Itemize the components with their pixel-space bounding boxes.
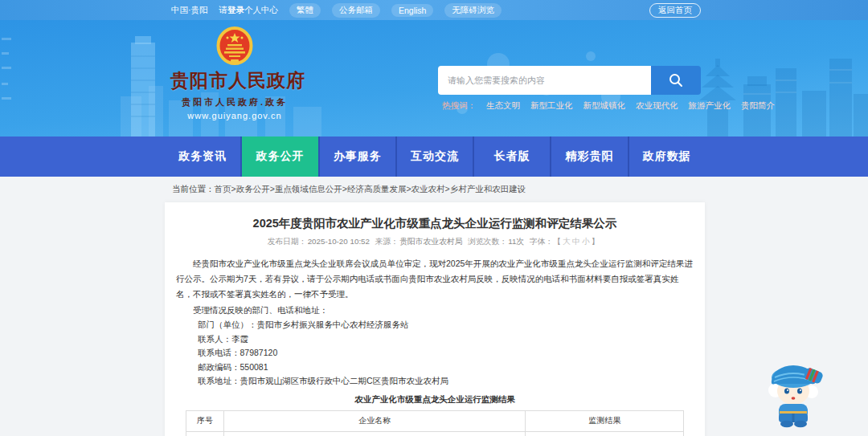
login-link[interactable]: 请登录个人中心 xyxy=(219,5,279,16)
hot-word-link[interactable]: 贵阳简介 xyxy=(741,100,775,112)
topbar-links: 中国·贵阳 请登录个人中心 繁體 公务邮箱 English 无障碍浏览 xyxy=(171,3,502,18)
accessibility-link[interactable]: 无障碍浏览 xyxy=(444,3,502,18)
source-label: 来源： xyxy=(375,237,399,246)
column-header-result: 监测结果 xyxy=(526,410,684,431)
hot-search-words: 热搜词： 生态文明 新型工业化 新型城镇化 农业现代化 旅游产业化 贵阳简介 xyxy=(442,100,775,112)
article-paragraph: 经贵阳市农业产业化市级重点龙头企业联席会议成员单位审定，现对2025年开展的农业… xyxy=(176,256,694,302)
company-name: 贵州合力超市采购有限公司 xyxy=(223,431,525,436)
city-skyline-decoration xyxy=(0,20,868,137)
nav-tab-hudong-jiaoliu[interactable]: 互动交流 xyxy=(397,137,473,177)
hot-word-link[interactable]: 生态文明 xyxy=(486,100,520,112)
article-title: 2025年度贵阳市农业产业化市级重点龙头企业运行监测和评定结果公示 xyxy=(176,215,694,231)
site-banner: 贵阳市人民政府 贵阳市人民政府.政务 www.guiyang.gov.cn 热搜… xyxy=(0,20,868,137)
main-navigation: 政务资讯 政务公开 办事服务 互动交流 长者版 精彩贵阳 政府数据 xyxy=(0,137,868,177)
contact-postcode: 邮政编码：550081 xyxy=(176,361,694,375)
national-emblem-icon xyxy=(216,26,253,67)
nav-items: 政务资讯 政务公开 办事服务 互动交流 长者版 精彩贵阳 政府数据 xyxy=(165,137,705,177)
site-url: www.guiyang.gov.cn xyxy=(170,111,299,120)
contact-department: 部门（单位）：贵阳市乡村振兴服务中心农村经济服务站 xyxy=(176,318,694,332)
font-size-large-button[interactable]: 大 xyxy=(563,237,571,246)
article-meta: 发布日期：2025-10-20 10:52 来源：贵阳市农业农村局 浏览次数：1… xyxy=(176,237,694,247)
hot-search-label: 热搜词： xyxy=(442,100,476,112)
search-button[interactable] xyxy=(651,66,701,95)
region-link[interactable]: 中国·贵阳 xyxy=(171,5,208,16)
hot-word-link[interactable]: 农业现代化 xyxy=(636,100,678,112)
font-bracket: 【 xyxy=(553,237,561,246)
hot-word-link[interactable]: 旅游产业化 xyxy=(689,100,731,112)
font-bracket: 】 xyxy=(592,237,600,246)
monitoring-result-table: 序号 企业名称 监测结果 1 贵州合力超市采购有限公司 合格 2 贵州友禾种业有… xyxy=(186,410,684,436)
breadcrumb-label: 当前位置： xyxy=(172,184,215,195)
source-value: 贵阳市农业农村局 xyxy=(399,237,462,246)
english-link[interactable]: English xyxy=(391,4,433,17)
traditional-chinese-link[interactable]: 繁體 xyxy=(289,3,321,18)
contact-address: 联系地址：贵阳市观山湖区市级行政中心二期C区贵阳市农业农村局 xyxy=(176,374,694,389)
row-no: 1 xyxy=(186,431,224,436)
contact-phone: 联系电话：87987120 xyxy=(176,346,694,361)
article-paragraph: 受理情况反映的部门、电话和地址： xyxy=(176,303,694,318)
font-size-medium-button[interactable]: 中 xyxy=(572,237,580,246)
site-subtitle: 贵阳市人民政府.政务 xyxy=(170,96,299,108)
search-icon xyxy=(668,72,684,88)
column-header-no: 序号 xyxy=(186,410,224,431)
font-size-label: 字体： xyxy=(530,237,553,246)
views-value: 11次 xyxy=(508,237,524,246)
table-header-row: 序号 企业名称 监测结果 xyxy=(186,410,684,431)
article-body: 经贵阳市农业产业化市级重点龙头企业联席会议成员单位审定，现对2025年开展的农业… xyxy=(176,256,694,436)
hot-word-link[interactable]: 新型城镇化 xyxy=(583,100,626,112)
search-input[interactable] xyxy=(438,66,651,95)
font-size-small-button[interactable]: 小 xyxy=(582,237,590,246)
nav-tab-zhengfu-shuju[interactable]: 政府数据 xyxy=(629,137,705,177)
views-label: 浏览次数： xyxy=(468,237,507,246)
publish-date-label: 发布日期： xyxy=(268,237,307,246)
column-header-company: 企业名称 xyxy=(223,410,525,431)
back-to-home-button[interactable]: 返回首页 xyxy=(649,3,701,18)
site-logo-block[interactable]: 贵阳市人民政府 贵阳市人民政府.政务 www.guiyang.gov.cn xyxy=(170,26,299,120)
nav-tab-zhengwu-gongkai[interactable]: 政务公开 xyxy=(242,137,317,177)
top-utility-bar: 中国·贵阳 请登录个人中心 繁體 公务邮箱 English 无障碍浏览 返回首页 xyxy=(0,0,868,20)
table-caption: 农业产业化市级重点龙头企业运行监测结果 xyxy=(176,394,694,405)
breadcrumb: 当前位置： 首页>政务公开>重点领域信息公开>经济高质量发展>农业农村>乡村产业… xyxy=(0,177,868,202)
monitor-result: 合格 xyxy=(526,431,684,436)
hot-word-link[interactable]: 新型工业化 xyxy=(530,100,573,112)
guiyang-mascot-icon[interactable] xyxy=(762,360,828,430)
breadcrumb-path[interactable]: 首页>政务公开>重点领域信息公开>经济高质量发展>农业农村>乡村产业和农田建设 xyxy=(215,184,526,195)
contact-person: 联系人：李霞 xyxy=(176,332,694,347)
site-title: 贵阳市人民政府 xyxy=(170,68,299,93)
nav-tab-jingcai-guiyang[interactable]: 精彩贵阳 xyxy=(551,137,627,177)
nav-tab-zhengwu-zixun[interactable]: 政务资讯 xyxy=(165,137,240,177)
nav-tab-zhangzheban[interactable]: 长者版 xyxy=(474,137,550,177)
publish-date: 2025-10-20 10:52 xyxy=(308,237,370,246)
page: 中国·贵阳 请登录个人中心 繁體 公务邮箱 English 无障碍浏览 返回首页 xyxy=(0,0,868,436)
search-bar xyxy=(438,66,701,95)
article-card: 2025年度贵阳市农业产业化市级重点龙头企业运行监测和评定结果公示 发布日期：2… xyxy=(165,202,705,436)
table-row: 1 贵州合力超市采购有限公司 合格 xyxy=(186,431,684,436)
official-mail-link[interactable]: 公务邮箱 xyxy=(332,3,380,18)
nav-tab-banshi-fuwu[interactable]: 办事服务 xyxy=(320,137,395,177)
